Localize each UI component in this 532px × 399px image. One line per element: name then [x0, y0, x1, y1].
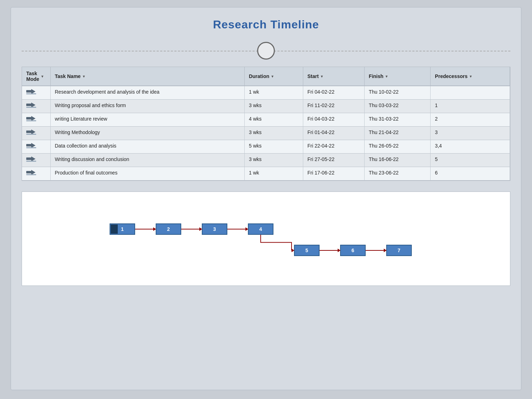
svg-rect-17 — [26, 161, 36, 162]
svg-rect-20 — [26, 174, 36, 175]
task-mode-icon — [26, 131, 36, 137]
finish-cell: Thu 23-06-22 — [364, 167, 431, 181]
svg-marker-10 — [31, 129, 35, 134]
page-title: Research Timeline — [22, 15, 510, 38]
start-cell: Fri 01-04-22 — [303, 127, 364, 140]
arrowhead-1-2 — [153, 227, 156, 231]
col-header-predecessors[interactable]: Predecessors ▼ — [431, 67, 510, 86]
task-name-cell: Writing proposal and ethics form — [50, 100, 244, 113]
duration-cell: 1 wk — [244, 167, 303, 181]
svg-marker-13 — [31, 143, 35, 148]
col-header-duration[interactable]: Duration ▼ — [244, 67, 303, 86]
task-mode-dropdown-icon[interactable]: ▼ — [41, 74, 44, 78]
svg-marker-19 — [31, 170, 35, 175]
predecessors-dropdown-icon[interactable]: ▼ — [469, 74, 472, 78]
svg-marker-1 — [31, 89, 35, 94]
duration-cell: 3 wks — [244, 100, 303, 113]
finish-cell: Thu 16-06-22 — [364, 154, 431, 167]
col-header-start[interactable]: Start ▼ — [303, 67, 364, 86]
arrowhead-3-4 — [245, 227, 248, 231]
task-mode-cell — [22, 86, 50, 100]
svg-marker-16 — [31, 156, 35, 161]
svg-rect-12 — [26, 144, 32, 146]
table-header-row: TaskMode ▼ Task Name ▼ Duration ▼ — [22, 67, 510, 86]
col-header-task-mode[interactable]: TaskMode ▼ — [22, 67, 50, 86]
start-cell: Fri 22-04-22 — [303, 140, 364, 154]
duration-cell: 4 wks — [244, 113, 303, 127]
svg-rect-6 — [26, 117, 32, 120]
bent-arrow-4-5 — [261, 234, 292, 250]
task-table: TaskMode ▼ Task Name ▼ Duration ▼ — [22, 67, 510, 181]
table-row: Production of final outcomes1 wkFri 17-0… — [22, 167, 510, 181]
task-name-cell: Research development and analysis of the… — [50, 86, 244, 100]
gantt-label-5: 5 — [305, 248, 308, 253]
duration-cell: 3 wks — [244, 127, 303, 140]
task-name-cell: Writing discussion and conclusion — [50, 154, 244, 167]
finish-cell: Thu 03-03-22 — [364, 100, 431, 113]
svg-rect-14 — [26, 147, 36, 148]
gantt-label-6: 6 — [351, 248, 354, 253]
predecessors-cell: 5 — [431, 154, 510, 167]
svg-rect-15 — [26, 157, 32, 160]
start-dropdown-icon[interactable]: ▼ — [320, 74, 324, 78]
main-card: Research Timeline TaskMode ▼ Task Name — [11, 7, 521, 390]
table-row: Writing Methodology3 wksFri 01-04-22Thu … — [22, 127, 510, 140]
start-cell: Fri 11-02-22 — [303, 100, 364, 113]
arrowhead-6-7 — [384, 249, 387, 252]
svg-marker-4 — [31, 102, 35, 107]
table-row: Data collection and analysis5 wksFri 22-… — [22, 140, 510, 154]
predecessors-cell: 6 — [431, 167, 510, 181]
arrowhead-2-3 — [199, 227, 202, 231]
predecessors-cell: 3 — [431, 127, 510, 140]
duration-cell: 1 wk — [244, 86, 303, 100]
duration-cell: 3 wks — [244, 154, 303, 167]
task-name-cell: writing Literature review — [50, 113, 244, 127]
task-name-cell: Production of final outcomes — [50, 167, 244, 181]
task-mode-icon — [26, 104, 36, 110]
node1-progress-bar — [111, 225, 118, 234]
start-cell: Fri 04-03-22 — [303, 113, 364, 127]
gantt-label-7: 7 — [398, 248, 400, 253]
gantt-label-3: 3 — [213, 226, 216, 232]
col-header-task-name[interactable]: Task Name ▼ — [50, 67, 244, 86]
arrowhead-5-6 — [338, 249, 340, 252]
svg-rect-9 — [26, 131, 32, 133]
svg-rect-3 — [26, 104, 32, 106]
task-mode-cell — [22, 167, 50, 181]
table-row: writing Literature review4 wksFri 04-03-… — [22, 113, 510, 127]
finish-cell: Thu 31-03-22 — [364, 113, 431, 127]
gantt-diagram: 1234567 — [22, 192, 510, 286]
svg-rect-11 — [26, 134, 36, 135]
task-mode-cell — [22, 113, 50, 127]
circle-icon — [257, 42, 275, 60]
duration-dropdown-icon[interactable]: ▼ — [271, 74, 274, 78]
col-header-finish[interactable]: Finish ▼ — [364, 67, 431, 86]
predecessors-cell — [431, 86, 510, 100]
task-mode-icon — [26, 145, 36, 150]
start-cell: Fri 17-06-22 — [303, 167, 364, 181]
svg-rect-2 — [26, 93, 36, 94]
predecessors-cell: 3,4 — [431, 140, 510, 154]
finish-cell: Thu 21-04-22 — [364, 127, 431, 140]
table-row: Writing discussion and conclusion3 wksFr… — [22, 154, 510, 167]
task-mode-cell — [22, 140, 50, 154]
start-cell: Fri 27-05-22 — [303, 154, 364, 167]
finish-cell: Thu 10-02-22 — [364, 86, 431, 100]
table-row: Research development and analysis of the… — [22, 86, 510, 100]
task-mode-cell — [22, 100, 50, 113]
task-mode-icon — [26, 172, 36, 177]
finish-dropdown-icon[interactable]: ▼ — [385, 74, 388, 78]
task-mode-cell — [22, 154, 50, 167]
gantt-label-2: 2 — [167, 226, 170, 232]
task-name-dropdown-icon[interactable]: ▼ — [82, 74, 85, 78]
task-name-cell: Writing Methodology — [50, 127, 244, 140]
duration-cell: 5 wks — [244, 140, 303, 154]
svg-marker-7 — [31, 116, 35, 121]
gantt-svg: 1234567 — [29, 203, 503, 273]
task-mode-cell — [22, 127, 50, 140]
svg-rect-5 — [26, 107, 36, 108]
table-row: Writing proposal and ethics form3 wksFri… — [22, 100, 510, 113]
predecessors-cell: 1 — [431, 100, 510, 113]
svg-rect-8 — [26, 120, 36, 121]
start-cell: Fri 04-02-22 — [303, 86, 364, 100]
